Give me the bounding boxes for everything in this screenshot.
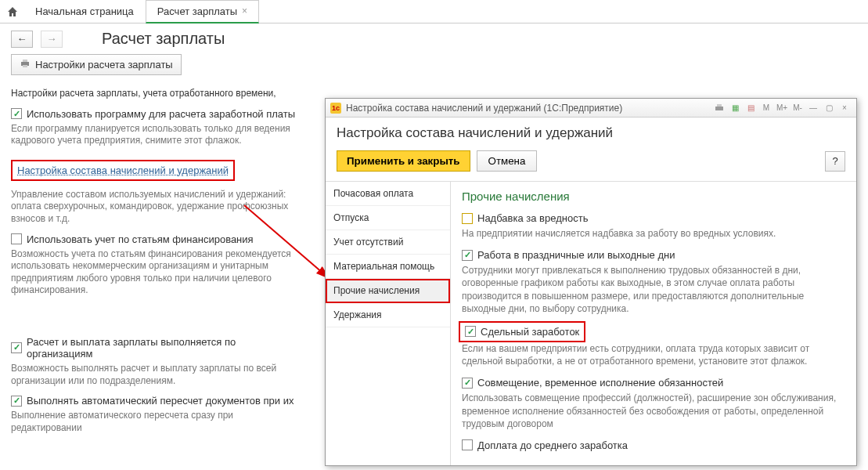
svg-rect-4 [715, 107, 723, 110]
checkbox-icon[interactable] [11, 396, 22, 407]
piecework-label: Сдельный заработок [481, 326, 579, 338]
combining-label: Совмещение, временное исполнение обязанн… [477, 377, 723, 389]
side-tab-deductions[interactable]: Удержания [326, 303, 450, 327]
print-icon [20, 58, 31, 71]
close-icon[interactable]: × [242, 5, 247, 16]
memory-mminus-icon[interactable]: M- [791, 102, 805, 114]
composition-link-highlight: Настройка состава начислений и удержаний [11, 160, 235, 181]
checkbox-icon[interactable] [11, 342, 22, 353]
side-tab-vacations[interactable]: Отпуска [326, 206, 450, 230]
checkbox-icon[interactable] [11, 108, 22, 119]
checkbox-icon[interactable] [11, 233, 22, 244]
autorecalc-label: Выполнять автоматический пересчет докуме… [27, 395, 294, 407]
combining-desc: Использовать совмещение профессий (должн… [462, 392, 845, 430]
financing-checkbox-row[interactable]: Использовать учет по статьям финансирова… [11, 233, 302, 245]
print-icon[interactable] [712, 102, 726, 114]
financing-label: Использовать учет по статьям финансирова… [27, 233, 254, 245]
harmful-bonus-desc: На предприятии начисляется надбавка за р… [462, 227, 845, 240]
dialog-header: Настройка состава начислений и удержаний [326, 118, 856, 146]
autorecalc-checkbox-row[interactable]: Выполнять автоматический пересчет докуме… [11, 395, 302, 407]
piecework-desc: Если на вашем предприятии есть сотрудник… [462, 342, 845, 367]
memory-mplus-icon[interactable]: M+ [775, 102, 789, 114]
side-tab-material-aid[interactable]: Материальная помощь [326, 255, 450, 279]
by-org-checkbox-row[interactable]: Расчет и выплата зарплаты выполняется по… [11, 336, 302, 360]
piecework-checkbox-row[interactable]: Сдельный заработок [462, 324, 582, 339]
harmful-bonus-label: Надбавка за вредность [477, 212, 588, 224]
tab-home[interactable]: Начальная страница [23, 0, 146, 23]
combining-checkbox-row[interactable]: Совмещение, временное исполнение обязанн… [462, 377, 845, 389]
grid-icon[interactable]: ▦ [728, 102, 742, 114]
tab-bar: Начальная страница Расчет зарплаты × [0, 0, 868, 24]
by-org-label: Расчет и выплата зарплаты выполняется по… [27, 336, 302, 360]
toolbar: ← → Расчет зарплаты [0, 24, 868, 54]
svg-rect-1 [23, 60, 27, 62]
dialog-body: Почасовая оплата Отпуска Учет отсутствий… [326, 182, 856, 465]
cancel-button[interactable]: Отмена [477, 150, 538, 172]
use-program-desc: Если программу планируется использовать … [11, 123, 302, 147]
holidays-desc: Сотрудники могут привлекаться к выполнен… [462, 264, 845, 315]
avg-pay-label: Доплата до среднего заработка [477, 439, 628, 451]
home-icon [6, 5, 19, 18]
dialog-actions: Применить и закрыть Отмена ? [326, 146, 856, 182]
page-title: Расчет зарплаты [102, 30, 225, 48]
calendar-icon[interactable]: ▤ [744, 102, 758, 114]
use-program-checkbox-row[interactable]: Использовать программу для расчета зараб… [11, 108, 302, 120]
svg-rect-2 [23, 65, 27, 67]
avg-pay-checkbox-row[interactable]: Доплата до среднего заработка [462, 439, 845, 451]
harmful-bonus-checkbox-row[interactable]: Надбавка за вредность [462, 212, 845, 224]
tab-salary-label: Расчет зарплаты [157, 5, 237, 17]
panel-title: Прочие начисления [462, 190, 845, 203]
side-tab-hourly[interactable]: Почасовая оплата [326, 182, 450, 206]
settings-content: Настройки расчета зарплаты, учета отрабо… [0, 81, 313, 434]
dialog-titlebar: 1c Настройка состава начислений и удержа… [326, 99, 856, 118]
use-program-label: Использовать программу для расчета зараб… [27, 108, 295, 120]
holidays-label: Работа в праздничные или выходные дни [477, 249, 675, 261]
minimize-icon[interactable]: — [806, 102, 820, 114]
checkbox-icon[interactable] [465, 326, 476, 337]
close-icon[interactable]: × [837, 102, 852, 114]
help-button[interactable]: ? [825, 151, 845, 172]
checkbox-icon[interactable] [462, 439, 473, 450]
salary-settings-label: Настройки расчета зарплаты [35, 59, 173, 70]
checkbox-icon[interactable] [462, 213, 473, 224]
app-1c-icon: 1c [330, 103, 341, 114]
holidays-checkbox-row[interactable]: Работа в праздничные или выходные дни [462, 249, 845, 261]
apply-button[interactable]: Применить и закрыть [337, 150, 470, 172]
maximize-icon[interactable]: ▢ [822, 102, 836, 114]
other-charges-panel: Прочие начисления Надбавка за вредность … [451, 182, 856, 465]
salary-settings-button[interactable]: Настройки расчета зарплаты [11, 54, 182, 75]
dialog-title: Настройка состава начислений и удержаний… [346, 103, 708, 114]
checkbox-icon[interactable] [462, 378, 473, 389]
intro-text: Настройки расчета зарплаты, учета отрабо… [11, 88, 302, 100]
memory-m-icon[interactable]: M [759, 102, 773, 114]
side-tab-other-charges[interactable]: Прочие начисления [326, 279, 450, 303]
financing-desc: Возможность учета по статьям финансирова… [11, 248, 302, 297]
side-tabs: Почасовая оплата Отпуска Учет отсутствий… [326, 182, 451, 465]
composition-dialog: 1c Настройка состава начислений и удержа… [325, 98, 857, 466]
tab-salary[interactable]: Расчет зарплаты × [146, 0, 259, 24]
composition-settings-link[interactable]: Настройка состава начислений и удержаний [17, 164, 229, 176]
composition-desc: Управление составом используемых начисле… [11, 189, 302, 226]
nav-forward-button[interactable]: → [41, 31, 63, 48]
nav-back-button[interactable]: ← [11, 31, 33, 48]
side-tab-absences[interactable]: Учет отсутствий [326, 230, 450, 255]
svg-rect-5 [717, 104, 722, 107]
tab-home-label: Начальная страница [35, 5, 134, 17]
autorecalc-desc: Выполнение автоматического пересчета сра… [11, 410, 302, 434]
checkbox-icon[interactable] [462, 250, 473, 261]
by-org-desc: Возможность выполнять расчет и выплату з… [11, 363, 302, 387]
